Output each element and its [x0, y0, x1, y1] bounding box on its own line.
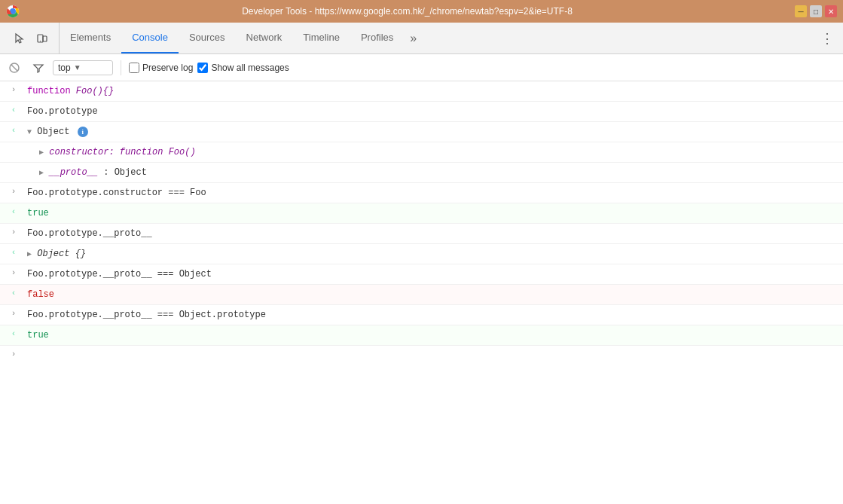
row-content: false	[27, 286, 843, 303]
row-content: ▶ Object {}	[27, 246, 843, 262]
console-row: ‹ true	[0, 325, 843, 346]
row-content: ▶ constructor: function Foo()	[27, 144, 843, 160]
show-all-messages-label[interactable]: Show all messages	[197, 63, 289, 73]
output-arrow-icon: ‹	[0, 205, 27, 216]
console-row: ‹ false	[0, 285, 843, 305]
output-arrow-icon: ‹	[0, 103, 27, 115]
row-content: ▼ Object i	[27, 124, 843, 140]
output-arrow-icon: ‹	[0, 124, 27, 135]
window-controls: ─ □ ✕	[795, 5, 837, 17]
row-content: function Foo(){}	[27, 83, 843, 99]
titlebar: Developer Tools - https://www.google.com…	[0, 0, 843, 23]
console-row: › Foo.prototype.__proto__ === Object.pro…	[0, 305, 843, 325]
row-gutter	[0, 164, 27, 166]
device-mode-button[interactable]	[32, 28, 53, 49]
minimize-button[interactable]: ─	[795, 5, 807, 17]
expand-toggle[interactable]: ▶	[39, 169, 44, 177]
close-button[interactable]: ✕	[825, 5, 837, 17]
preserve-log-checkbox[interactable]	[129, 63, 139, 73]
titlebar-title: Developer Tools - https://www.google.com…	[20, 6, 795, 17]
restore-button[interactable]: □	[810, 5, 822, 17]
expand-toggle[interactable]: ▶	[27, 250, 32, 258]
row-content: true	[27, 327, 843, 344]
output-arrow-icon: ‹	[0, 286, 27, 298]
devtools-panel: Elements Console Sources Network Timelin…	[0, 23, 843, 504]
show-all-messages-checkbox[interactable]	[197, 63, 208, 73]
context-arrow-icon: ▼	[74, 63, 81, 72]
console-row: ‹ true	[0, 203, 843, 224]
device-mode-icon	[36, 32, 48, 44]
console-row: ‹ Foo.prototype	[0, 102, 843, 122]
tab-console[interactable]: Console	[121, 23, 179, 53]
console-row: › Foo.prototype.__proto__	[0, 224, 843, 244]
console-input[interactable]	[27, 349, 843, 359]
console-row: ‹ ▶ Object {}	[0, 244, 843, 264]
preserve-log-label[interactable]: Preserve log	[129, 63, 193, 73]
row-content: true	[27, 205, 843, 221]
clear-console-button[interactable]	[5, 58, 24, 78]
console-row: ▶ __proto__ : Object	[0, 163, 843, 183]
devtools-tabs: Elements Console Sources Network Timelin…	[60, 23, 814, 53]
input-arrow-icon: ›	[0, 225, 27, 237]
select-element-button[interactable]	[9, 28, 30, 49]
console-row: › function Foo(){}	[0, 81, 843, 102]
filter-button[interactable]	[29, 58, 48, 78]
svg-line-7	[11, 65, 17, 71]
prompt-arrow-icon: ›	[0, 350, 27, 359]
row-content: Foo.prototype	[27, 103, 843, 120]
console-prompt-row: ›	[0, 346, 843, 362]
filter-icon	[32, 62, 44, 74]
devtools-topbar: Elements Console Sources Network Timelin…	[0, 23, 843, 54]
topbar-icons	[3, 23, 60, 53]
console-toolbar: top ▼ Preserve log Show all messages	[0, 54, 843, 81]
console-output[interactable]: › function Foo(){} ‹ Foo.prototype ‹ ▼ O…	[0, 81, 843, 504]
output-arrow-icon: ‹	[0, 327, 27, 338]
expand-toggle[interactable]: ▼	[27, 128, 32, 136]
console-row: ▶ constructor: function Foo()	[0, 142, 843, 163]
cursor-icon	[14, 32, 26, 44]
svg-point-2	[11, 9, 15, 14]
row-content: Foo.prototype.constructor === Foo	[27, 185, 843, 201]
clear-icon	[8, 62, 20, 74]
tab-sources[interactable]: Sources	[179, 23, 236, 53]
console-row: ‹ ▼ Object i	[0, 122, 843, 142]
row-content: Foo.prototype.__proto__	[27, 225, 843, 242]
svg-rect-4	[43, 36, 47, 41]
row-gutter	[0, 144, 27, 146]
input-arrow-icon: ›	[0, 307, 27, 318]
tab-timeline[interactable]: Timeline	[292, 23, 350, 53]
input-arrow-icon: ›	[0, 185, 27, 196]
toolbar-divider	[121, 60, 121, 75]
console-row: › Foo.prototype.constructor === Foo	[0, 183, 843, 203]
tab-network[interactable]: Network	[236, 23, 293, 53]
input-arrow-icon: ›	[0, 83, 27, 94]
console-row: › Foo.prototype.__proto__ === Object	[0, 264, 843, 285]
tab-profiles[interactable]: Profiles	[350, 23, 404, 53]
input-arrow-icon: ›	[0, 266, 27, 277]
expand-toggle[interactable]: ▶	[39, 148, 44, 157]
context-selector[interactable]: top ▼	[53, 60, 113, 75]
chrome-logo-icon	[6, 5, 20, 18]
tab-elements[interactable]: Elements	[60, 23, 121, 53]
row-content: ▶ __proto__ : Object	[27, 164, 843, 181]
info-icon[interactable]: i	[78, 127, 88, 137]
devtools-menu-button[interactable]: ⋮	[814, 30, 840, 47]
more-tabs-button[interactable]: »	[404, 23, 423, 53]
row-content: Foo.prototype.__proto__ === Object	[27, 266, 843, 283]
output-arrow-icon: ‹	[0, 246, 27, 257]
row-content: Foo.prototype.__proto__ === Object.proto…	[27, 307, 843, 323]
